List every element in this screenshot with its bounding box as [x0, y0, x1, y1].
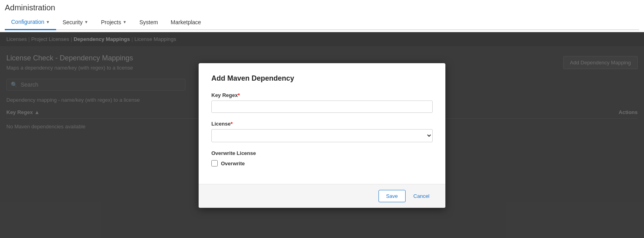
- chevron-down-icon: ▼: [84, 20, 88, 24]
- nav-item-projects[interactable]: Projects ▼: [95, 15, 133, 29]
- nav-item-security[interactable]: Security ▼: [56, 15, 94, 29]
- save-button[interactable]: Save: [379, 190, 406, 202]
- license-select[interactable]: [211, 129, 433, 142]
- nav-bar: Configuration ▼ Security ▼ Projects ▼ Sy…: [5, 15, 639, 30]
- page-content: Licenses | Project Licenses | Dependency…: [0, 32, 644, 238]
- nav-item-marketplace[interactable]: Marketplace: [164, 15, 207, 29]
- chevron-down-icon: ▼: [123, 20, 127, 24]
- modal-overlay: Add Maven Dependency Key Regex* License*: [0, 32, 644, 238]
- nav-item-configuration[interactable]: Configuration ▼: [5, 15, 56, 30]
- overwrite-checkbox-label[interactable]: Overwrite: [221, 161, 245, 166]
- license-label: License*: [211, 121, 433, 127]
- chevron-down-icon: ▼: [46, 20, 50, 24]
- modal-title: Add Maven Dependency: [211, 74, 433, 83]
- required-indicator: *: [230, 121, 232, 127]
- app-title: Administration: [5, 3, 639, 12]
- overwrite-license-section-label: Overwrite License: [211, 150, 433, 156]
- required-indicator: *: [238, 92, 240, 98]
- modal-dialog: Add Maven Dependency Key Regex* License*: [199, 63, 445, 208]
- modal-footer: Save Cancel: [199, 184, 445, 208]
- nav-item-system[interactable]: System: [133, 15, 164, 29]
- key-regex-input[interactable]: [211, 101, 433, 113]
- overwrite-license-group: Overwrite License Overwrite: [211, 150, 433, 166]
- overwrite-checkbox[interactable]: [211, 160, 218, 166]
- key-regex-group: Key Regex*: [211, 92, 433, 113]
- cancel-button[interactable]: Cancel: [410, 190, 433, 202]
- license-group: License*: [211, 121, 433, 142]
- modal-body: Add Maven Dependency Key Regex* License*: [199, 63, 445, 184]
- app-header: Administration Configuration ▼ Security …: [0, 0, 644, 32]
- overwrite-checkbox-row: Overwrite: [211, 160, 433, 166]
- key-regex-label: Key Regex*: [211, 92, 433, 98]
